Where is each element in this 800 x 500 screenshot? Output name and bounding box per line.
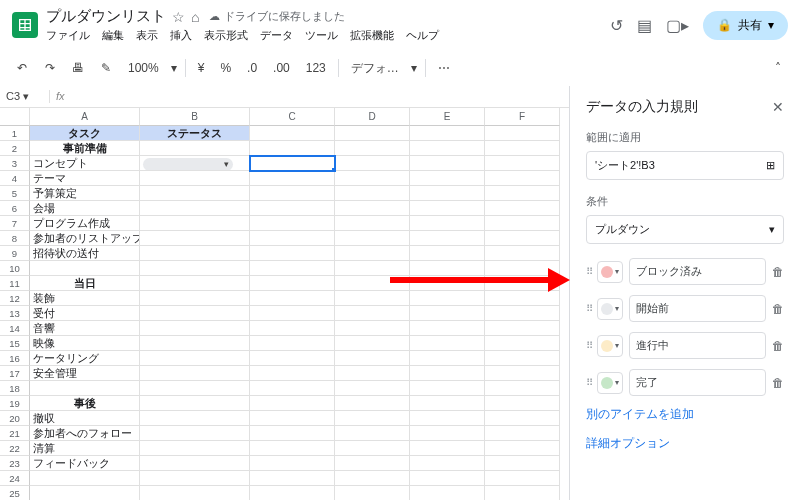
cell[interactable] <box>335 351 410 366</box>
cell[interactable] <box>140 351 250 366</box>
drag-handle-icon[interactable]: ⠿ <box>586 266 591 277</box>
cell[interactable] <box>485 231 560 246</box>
expand-up-icon[interactable]: ˄ <box>768 61 788 75</box>
cell[interactable] <box>410 231 485 246</box>
zoom-select[interactable]: 100% <box>124 59 163 77</box>
cell[interactable] <box>140 396 250 411</box>
cell[interactable] <box>410 306 485 321</box>
share-button[interactable]: 🔒 共有 ▾ <box>703 11 788 40</box>
col-header-b[interactable]: B <box>140 108 250 126</box>
cell[interactable] <box>250 246 335 261</box>
drag-handle-icon[interactable]: ⠿ <box>586 340 591 351</box>
cell[interactable] <box>30 261 140 276</box>
menu-tools[interactable]: ツール <box>305 28 338 43</box>
cell[interactable]: 参加者へのフォロー <box>30 426 140 441</box>
cell[interactable] <box>140 216 250 231</box>
cell[interactable] <box>485 396 560 411</box>
cell[interactable] <box>30 471 140 486</box>
cell[interactable] <box>140 366 250 381</box>
cell[interactable] <box>335 486 410 500</box>
row-header[interactable]: 25 <box>0 486 30 500</box>
cell[interactable] <box>140 426 250 441</box>
cell[interactable] <box>250 156 335 171</box>
row-header[interactable]: 1 <box>0 126 30 141</box>
cell[interactable] <box>410 276 485 291</box>
font-select[interactable]: デフォ… <box>347 58 403 79</box>
select-all-corner[interactable] <box>0 108 30 126</box>
drag-handle-icon[interactable]: ⠿ <box>586 377 591 388</box>
row-header[interactable]: 10 <box>0 261 30 276</box>
doc-title[interactable]: プルダウンリスト <box>46 7 166 26</box>
color-chip[interactable]: ▾ <box>597 261 623 283</box>
menu-format[interactable]: 表示形式 <box>204 28 248 43</box>
cell[interactable] <box>335 246 410 261</box>
row-header[interactable]: 24 <box>0 471 30 486</box>
grid-select-icon[interactable]: ⊞ <box>766 159 775 172</box>
cell[interactable] <box>335 186 410 201</box>
range-input[interactable]: 'シート2'!B3 ⊞ <box>586 151 784 180</box>
cell[interactable]: 装飾 <box>30 291 140 306</box>
cell[interactable] <box>485 246 560 261</box>
trash-icon[interactable]: 🗑 <box>772 339 784 353</box>
cell[interactable]: 参加者のリストアップ <box>30 231 140 246</box>
row-header[interactable]: 19 <box>0 396 30 411</box>
cell[interactable] <box>140 276 250 291</box>
cell[interactable] <box>485 306 560 321</box>
cell[interactable] <box>410 156 485 171</box>
cell[interactable]: 予算策定 <box>30 186 140 201</box>
color-chip[interactable]: ▾ <box>597 372 623 394</box>
cell[interactable]: 清算 <box>30 441 140 456</box>
cell[interactable] <box>485 216 560 231</box>
cell[interactable] <box>250 471 335 486</box>
cell[interactable] <box>335 141 410 156</box>
cell[interactable] <box>485 411 560 426</box>
cell[interactable]: ステータス <box>140 126 250 141</box>
cell[interactable] <box>250 411 335 426</box>
advanced-options-link[interactable]: 詳細オプション <box>586 436 670 450</box>
cell[interactable] <box>250 291 335 306</box>
cell[interactable] <box>250 441 335 456</box>
cell[interactable] <box>335 171 410 186</box>
row-header[interactable]: 11 <box>0 276 30 291</box>
currency-button[interactable]: ¥ <box>194 59 209 77</box>
cell[interactable] <box>30 486 140 500</box>
cell[interactable]: 事後 <box>30 396 140 411</box>
menu-help[interactable]: ヘルプ <box>406 28 439 43</box>
cell[interactable] <box>335 291 410 306</box>
cell[interactable] <box>410 201 485 216</box>
cell[interactable]: タスク <box>30 126 140 141</box>
cell[interactable] <box>140 336 250 351</box>
cell[interactable] <box>485 291 560 306</box>
cell[interactable] <box>335 411 410 426</box>
trash-icon[interactable]: 🗑 <box>772 265 784 279</box>
cell[interactable] <box>335 366 410 381</box>
cell[interactable]: 当日 <box>30 276 140 291</box>
row-header[interactable]: 2 <box>0 141 30 156</box>
cell[interactable]: 安全管理 <box>30 366 140 381</box>
number-format-button[interactable]: 123 <box>302 59 330 77</box>
row-header[interactable]: 8 <box>0 231 30 246</box>
redo-icon[interactable]: ↷ <box>40 61 60 75</box>
cell[interactable] <box>140 231 250 246</box>
cell[interactable]: コンセプト <box>30 156 140 171</box>
cell[interactable] <box>140 291 250 306</box>
row-header[interactable]: 17 <box>0 366 30 381</box>
cell[interactable] <box>485 321 560 336</box>
cell[interactable] <box>335 261 410 276</box>
increase-decimal-button[interactable]: .00 <box>269 59 294 77</box>
cell[interactable] <box>250 201 335 216</box>
trash-icon[interactable]: 🗑 <box>772 302 784 316</box>
cell[interactable] <box>250 456 335 471</box>
row-header[interactable]: 14 <box>0 321 30 336</box>
row-header[interactable]: 22 <box>0 441 30 456</box>
cell[interactable] <box>250 321 335 336</box>
cell[interactable] <box>485 336 560 351</box>
row-header[interactable]: 5 <box>0 186 30 201</box>
cell[interactable] <box>485 201 560 216</box>
more-icon[interactable]: ⋯ <box>434 61 454 75</box>
cell[interactable] <box>250 336 335 351</box>
row-header[interactable]: 9 <box>0 246 30 261</box>
dropdown-chip[interactable]: ▾ <box>143 158 233 171</box>
cell[interactable] <box>140 411 250 426</box>
cell[interactable]: ▾ <box>140 156 250 171</box>
